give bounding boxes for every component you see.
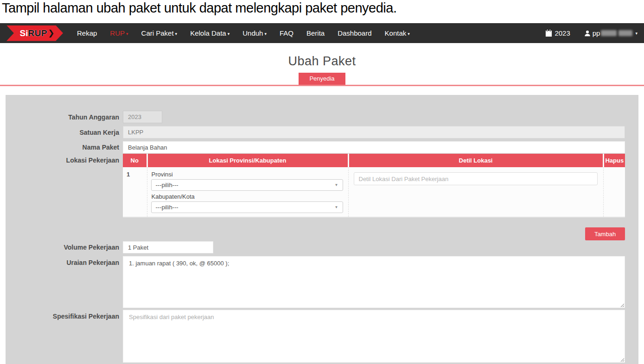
top-navbar: SiRUP❯ Rekap RUP▾ Cari Paket▾ Kelola Dat… (0, 23, 644, 43)
chevron-down-icon: ▾ (264, 31, 267, 36)
nav-item-cari-paket[interactable]: Cari Paket▾ (135, 24, 184, 42)
lokasi-pekerjaan-label: Lokasi Pekerjaan (6, 154, 123, 164)
col-header-hapus: Hapus (603, 154, 625, 167)
calendar-icon (545, 30, 552, 37)
tambah-button[interactable]: Tambah (585, 227, 625, 240)
provinsi-label: Provinsi (152, 171, 343, 178)
tahun-anggaran-label: Tahun Anggaran (6, 113, 123, 121)
nav-menu: Rekap RUP▾ Cari Paket▾ Kelola Data▾ Undu… (70, 24, 416, 42)
col-header-no: No (123, 154, 147, 167)
select-arrow-icon: ▼ (335, 205, 338, 209)
spesifikasi-textarea[interactable] (123, 310, 625, 363)
logo-chevron-icon: ❯ (48, 28, 54, 38)
tambah-row: Tambah (6, 227, 625, 240)
col-header-detil: Detil Lokasi (348, 154, 603, 167)
tab-bar: Penyedia (0, 73, 644, 86)
volume-label: Volume Pekerjaan (6, 244, 123, 251)
nav-item-berita[interactable]: Berita (300, 24, 331, 42)
page-title: Ubah Paket (0, 54, 644, 69)
select-arrow-icon: ▼ (335, 183, 338, 187)
redacted-username-part (601, 30, 617, 36)
year-label: 2023 (555, 29, 570, 37)
page-header: Ubah Paket Penyedia (0, 43, 644, 86)
chevron-down-icon: ▾ (635, 31, 638, 36)
satuan-kerja-input[interactable] (123, 126, 625, 138)
table-row: 1 Provinsi ---pilih--- ▼ Kabupaten/Kota … (123, 167, 625, 217)
chevron-down-icon: ▾ (126, 31, 128, 36)
lokasi-table: No Lokasi Provinsi/Kabupaten Detil Lokas… (123, 154, 625, 218)
col-header-lokasi: Lokasi Provinsi/Kabupaten (147, 154, 348, 167)
field-satuan-kerja: Satuan Kerja (6, 126, 625, 138)
row-number: 1 (123, 167, 147, 217)
field-uraian: Uraian Pekerjaan 1. jamuan rapat ( 390, … (6, 256, 625, 308)
logo-rup-text: RUP (28, 28, 48, 38)
chevron-down-icon: ▾ (228, 31, 230, 36)
tutorial-caption: Tampil halaman ubah paket untuk dapat me… (0, 0, 644, 23)
form-panel: Tahun Anggaran Satuan Kerja Nama Paket L… (6, 95, 638, 364)
provinsi-selected-value: ---pilih--- (156, 182, 179, 188)
nav-item-rup[interactable]: RUP▾ (103, 24, 134, 42)
nama-paket-label: Nama Paket (6, 144, 123, 151)
kabupaten-selected-value: ---pilih--- (156, 204, 179, 211)
redacted-username-part (618, 30, 632, 36)
user-menu[interactable]: pp ▾ (584, 29, 638, 37)
field-nama-paket: Nama Paket (6, 141, 625, 153)
nav-item-kontak[interactable]: Kontak▾ (378, 24, 416, 42)
tab-penyedia[interactable]: Penyedia (299, 73, 345, 85)
year-selector[interactable]: 2023 (545, 29, 570, 37)
tahun-anggaran-input[interactable] (123, 111, 162, 123)
uraian-textarea[interactable]: 1. jamuan rapat ( 390, ok, @ 65000 ); (123, 256, 625, 308)
logo-si-text: Si (20, 28, 28, 38)
satuan-kerja-label: Satuan Kerja (6, 129, 123, 136)
uraian-label: Uraian Pekerjaan (6, 256, 123, 266)
kabupaten-label: Kabupaten/Kota (152, 193, 343, 200)
nav-item-rekap[interactable]: Rekap (70, 24, 103, 42)
user-icon (584, 30, 591, 37)
nav-item-faq[interactable]: FAQ (273, 24, 300, 42)
username-prefix: pp (593, 29, 600, 37)
kabupaten-select[interactable]: ---pilih--- ▼ (151, 201, 343, 213)
hapus-cell (603, 167, 625, 217)
field-spesifikasi: Spesifikasi Pekerjaan (6, 310, 625, 363)
detil-lokasi-input[interactable] (354, 172, 598, 185)
sirup-logo[interactable]: SiRUP❯ (6, 25, 63, 41)
nama-paket-input[interactable] (123, 141, 625, 153)
volume-input[interactable] (123, 241, 213, 253)
lokasi-table-header-row: No Lokasi Provinsi/Kabupaten Detil Lokas… (123, 154, 625, 167)
nav-item-unduh[interactable]: Unduh▾ (236, 24, 273, 42)
chevron-down-icon: ▾ (408, 31, 410, 36)
nav-item-kelola-data[interactable]: Kelola Data▾ (184, 24, 236, 42)
spesifikasi-label: Spesifikasi Pekerjaan (6, 310, 123, 320)
navbar-right: 2023 pp ▾ (545, 29, 638, 37)
provinsi-select[interactable]: ---pilih--- ▼ (151, 179, 343, 191)
chevron-down-icon: ▾ (175, 31, 178, 36)
field-tahun-anggaran: Tahun Anggaran (6, 111, 625, 123)
nav-item-dashboard[interactable]: Dashboard (331, 24, 378, 42)
field-lokasi-pekerjaan: Lokasi Pekerjaan No Lokasi Provinsi/Kabu… (6, 154, 625, 218)
field-volume: Volume Pekerjaan (6, 241, 625, 253)
